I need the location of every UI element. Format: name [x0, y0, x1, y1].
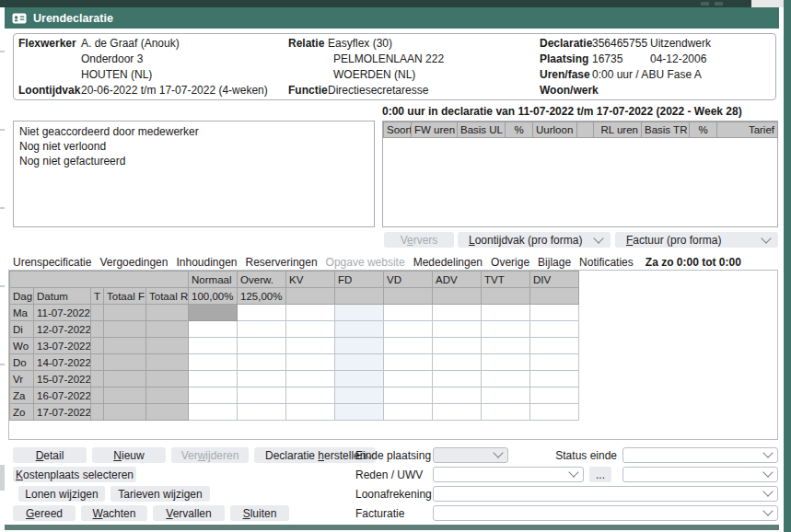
grid-cell[interactable]: [238, 354, 286, 371]
grid-cell[interactable]: [433, 354, 482, 371]
tab-opgave-website: Opgave website: [326, 256, 405, 269]
lonen-wijzigen-button[interactable]: Lonen wijzigen: [18, 486, 105, 502]
nieuw-button[interactable]: Nieuw: [92, 447, 166, 463]
vervallen-button[interactable]: Vervallen: [153, 505, 225, 521]
grid-cell[interactable]: [384, 354, 433, 371]
grid-cell[interactable]: [384, 371, 433, 387]
grid-cell[interactable]: [286, 305, 335, 321]
uwv-dropdown[interactable]: [622, 467, 778, 482]
tab-overige[interactable]: Overige: [491, 256, 529, 269]
kostenplaats-selecteren-button[interactable]: Kostenplaats selecteren: [13, 467, 136, 482]
flexwerker-city: HOUTEN (NL): [81, 67, 152, 83]
grid-cell[interactable]: [433, 371, 482, 387]
tab-vergoedingen[interactable]: Vergoedingen: [99, 256, 168, 269]
tab-mededelingen[interactable]: Mededelingen: [413, 256, 483, 269]
grid-cell[interactable]: [482, 354, 530, 371]
grid-cell[interactable]: [189, 371, 238, 387]
grid-cell[interactable]: [189, 387, 238, 404]
tab-bijlage[interactable]: Bijlage: [538, 256, 571, 269]
grid-cell[interactable]: [286, 404, 335, 421]
grid-cell[interactable]: [433, 387, 482, 404]
grid-cell[interactable]: [530, 354, 579, 371]
grid-cell[interactable]: [238, 321, 286, 338]
grid-cell[interactable]: [335, 371, 384, 387]
factuur-pro-forma-button[interactable]: Factuur (pro forma): [615, 232, 778, 248]
grid-cell[interactable]: [286, 321, 335, 338]
grid-cell[interactable]: [335, 354, 384, 371]
grid-cell[interactable]: [335, 387, 384, 404]
grid-cell[interactable]: [433, 321, 482, 338]
grid-cell[interactable]: [433, 404, 482, 421]
wachten-button[interactable]: Wachten: [81, 505, 147, 521]
dialog-title: Urendeclaratie: [33, 12, 113, 25]
grid-cell[interactable]: [530, 404, 579, 421]
id-card-icon: [12, 13, 27, 24]
reden-browse-button[interactable]: ...: [589, 467, 611, 482]
grid-cell[interactable]: [482, 338, 530, 354]
grid-cell-selected[interactable]: [189, 305, 238, 321]
grid-cell[interactable]: [530, 321, 579, 338]
grid-cell[interactable]: [335, 305, 384, 321]
grid-cell[interactable]: [238, 371, 286, 387]
grid-cell[interactable]: [482, 404, 530, 421]
grid-date-cell: 15-07-2022: [34, 371, 91, 387]
grid-cell[interactable]: [335, 321, 384, 338]
rate-header-blank: [577, 122, 594, 138]
grid-cell[interactable]: [189, 354, 238, 371]
einde-plaatsing-label: Einde plaatsing: [355, 448, 431, 464]
grid-cell[interactable]: [238, 404, 286, 421]
grid-cell[interactable]: [482, 305, 530, 321]
grid-cell[interactable]: [384, 387, 433, 404]
gereed-button[interactable]: Gereed: [13, 505, 76, 521]
sluiten-button[interactable]: Sluiten: [230, 505, 289, 521]
detail-button[interactable]: Detail: [13, 447, 87, 463]
status-einde-dropdown[interactable]: [622, 447, 778, 463]
grid-cell[interactable]: [530, 371, 579, 387]
grid-cell[interactable]: [384, 404, 433, 421]
functie-value: Directiesecretaresse: [328, 83, 428, 98]
grid-cell[interactable]: [482, 371, 530, 387]
tab-inhoudingen[interactable]: Inhoudingen: [176, 256, 237, 269]
grid-cell[interactable]: [384, 305, 433, 321]
grid-cell[interactable]: [530, 305, 579, 321]
grid-cell[interactable]: [286, 387, 335, 404]
loonafrekening-dropdown[interactable]: [433, 486, 778, 502]
grid-row: Do 14-07-2022: [10, 354, 579, 371]
tab-urenspecificatie[interactable]: Urenspecificatie: [13, 256, 91, 269]
loontijdvak-value: 20-06-2022 t/m 17-07-2022 (4-weken): [81, 83, 268, 98]
tarieven-wijzigen-button[interactable]: Tarieven wijzigen: [111, 486, 210, 502]
chevron-down-icon: [762, 505, 773, 515]
grid-cell[interactable]: [286, 338, 335, 354]
grid-cell[interactable]: [238, 305, 286, 321]
grid-cell[interactable]: [189, 321, 238, 338]
chevron-down-icon: [762, 486, 773, 496]
grid-cell[interactable]: [286, 371, 335, 387]
grid-cell[interactable]: [433, 338, 482, 354]
chevron-down-icon: [493, 447, 503, 457]
facturatie-dropdown[interactable]: [433, 505, 778, 521]
grid-cell[interactable]: [530, 387, 579, 404]
grid-cell[interactable]: [335, 338, 384, 354]
functie-label: Functie: [288, 83, 328, 98]
grid-cell[interactable]: [530, 338, 579, 354]
verwijderen-button: Verwijderen: [171, 447, 249, 463]
grid-cell[interactable]: [286, 354, 335, 371]
grid-cell[interactable]: [482, 387, 530, 404]
grid-date-cell: 12-07-2022: [34, 321, 91, 338]
grid-cell[interactable]: [433, 305, 482, 321]
grid-cell[interactable]: [189, 404, 238, 421]
grid-cell[interactable]: [384, 338, 433, 354]
grid-cell[interactable]: [482, 321, 530, 338]
parent-window-edge: [784, 0, 791, 532]
ververs-button: Ververs: [384, 232, 454, 248]
tab-reserveringen[interactable]: Reserveringen: [246, 256, 318, 269]
grid-cell[interactable]: [335, 404, 384, 421]
rate-header-rl-uren: RL uren: [594, 122, 642, 138]
tab-notificaties[interactable]: Notificaties: [579, 256, 634, 269]
reden-dropdown[interactable]: [433, 467, 584, 482]
grid-cell[interactable]: [238, 338, 286, 354]
grid-cell[interactable]: [189, 338, 238, 354]
loontijdvak-pro-forma-button[interactable]: Loontijdvak (pro forma): [458, 232, 611, 248]
grid-cell[interactable]: [238, 387, 286, 404]
grid-cell[interactable]: [384, 321, 433, 338]
